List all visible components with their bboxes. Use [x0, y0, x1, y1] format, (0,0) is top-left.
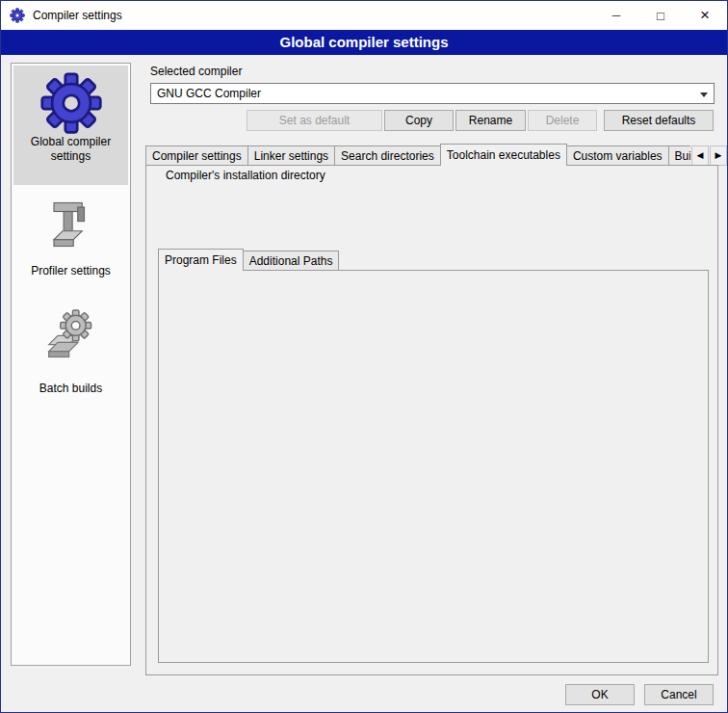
app-icon [10, 8, 25, 23]
tab-search-directories[interactable]: Search directories [334, 145, 441, 166]
gear-icon [39, 71, 103, 135]
chevron-down-icon [700, 92, 708, 101]
tab-toolchain-executables[interactable]: Toolchain executables [440, 144, 567, 166]
cancel-button[interactable]: Cancel [644, 684, 714, 705]
sidebar-item-label: Batch builds [17, 382, 125, 396]
minimize-button[interactable]: ─ [594, 1, 638, 30]
tab-build-options[interactable]: Build [668, 145, 690, 166]
program-files-panel [158, 270, 709, 663]
copy-button[interactable]: Copy [384, 110, 454, 131]
selected-compiler-label: Selected compiler [150, 65, 242, 78]
reset-defaults-button[interactable]: Reset defaults [604, 110, 714, 131]
tab-scroll-right-button[interactable]: ▶ [710, 145, 727, 166]
batch-builds-icon [44, 306, 98, 360]
selected-compiler-value: GNU GCC Compiler [157, 87, 261, 100]
selected-compiler-select[interactable]: GNU GCC Compiler [150, 83, 715, 104]
tab-program-files[interactable]: Program Files [158, 249, 244, 271]
compiler-settings-window: Compiler settings ─ □ × Global compiler … [0, 0, 728, 713]
sidebar-item-label: Global compiler settings [17, 135, 125, 164]
close-button[interactable]: × [683, 1, 727, 30]
category-sidebar: Global compiler settings Profiler settin… [11, 63, 131, 666]
tab-linker-settings[interactable]: Linker settings [247, 145, 335, 166]
tab-compiler-settings[interactable]: Compiler settings [145, 145, 248, 166]
maximize-button[interactable]: □ [638, 1, 683, 30]
ok-button[interactable]: OK [565, 684, 635, 705]
titlebar: Compiler settings ─ □ × [1, 1, 727, 30]
tab-additional-paths[interactable]: Additional Paths [243, 251, 340, 271]
settings-tabbar: Compiler settings Linker settings Search… [145, 144, 690, 166]
tab-custom-variables[interactable]: Custom variables [566, 145, 669, 166]
sidebar-item-batch-builds[interactable]: Batch builds [13, 301, 128, 464]
set-as-default-button[interactable]: Set as default [247, 110, 382, 131]
program-files-tabbar: Program Files Additional Paths [158, 249, 466, 271]
tab-scroll-left-button[interactable]: ◀ [691, 145, 709, 166]
sidebar-item-global-compiler-settings[interactable]: Global compiler settings [13, 66, 128, 185]
delete-button[interactable]: Delete [528, 110, 597, 131]
page-title: Global compiler settings [1, 30, 727, 55]
installation-directory-group-label: Compiler's installation directory [162, 169, 329, 182]
sidebar-item-label: Profiler settings [17, 264, 125, 278]
profiler-tool-icon [45, 198, 97, 251]
rename-button[interactable]: Rename [455, 110, 526, 131]
window-title: Compiler settings [33, 9, 122, 22]
window-controls: ─ □ × [594, 1, 727, 30]
